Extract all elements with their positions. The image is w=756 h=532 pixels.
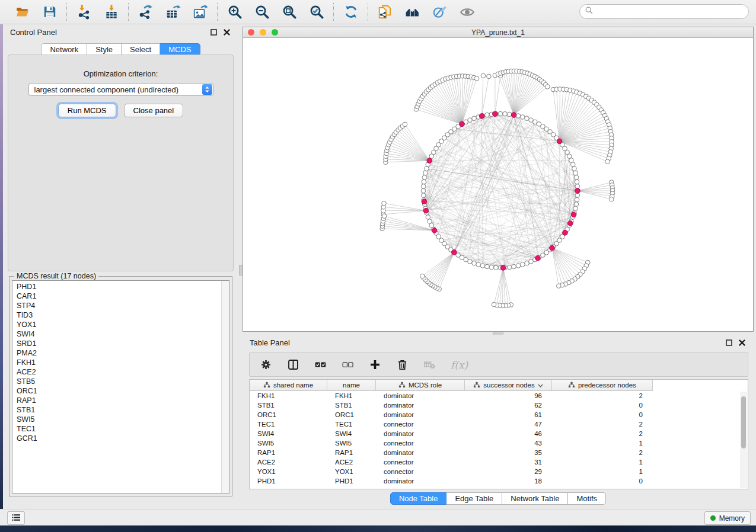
mcds-result-item[interactable]: YOX1 [17,320,229,329]
export-image-icon[interactable] [192,3,209,21]
cell-name[interactable]: YOX1 [327,467,376,476]
mcds-result-item[interactable]: PMA2 [17,348,229,358]
cell-MCDS-role[interactable]: dominator [376,391,465,400]
tab-style[interactable]: Style [87,43,122,56]
mcds-result-item[interactable]: PHD1 [17,282,229,291]
function-builder-icon[interactable]: f(x) [451,359,468,371]
mcds-result-list[interactable]: PHD1CAR1STP4TID3YOX1SWI4SRD1PMA2FKH1ACE2… [12,280,229,493]
cell-shared-name[interactable]: ACE2 [250,457,327,467]
float-panel-icon[interactable] [209,27,218,37]
cell-shared-name[interactable]: TEC1 [250,419,327,429]
delete-row-icon[interactable] [396,358,409,371]
import-network-icon[interactable] [75,3,93,21]
cell-predecessor-nodes[interactable]: 2 [552,448,653,457]
table-row[interactable]: SWI4SWI4dominator462 [250,429,748,438]
tab-select[interactable]: Select [122,43,160,56]
cell-predecessor-nodes[interactable]: 2 [552,391,653,400]
tab-node-table[interactable]: Node Table [390,492,447,505]
run-mcds-button[interactable]: Run MCDS [58,104,116,117]
cell-successor-nodes[interactable]: 29 [465,467,552,476]
close-panel-icon[interactable] [222,27,231,37]
deselect-all-icon[interactable] [342,358,354,371]
refresh-icon[interactable] [342,3,360,21]
close-window-icon[interactable] [248,29,254,36]
tab-mcds[interactable]: MCDS [160,43,200,56]
export-table-icon[interactable] [164,3,182,21]
cell-MCDS-role[interactable]: connector [376,457,465,467]
clone-network-icon[interactable] [377,3,394,21]
maximize-window-icon[interactable] [272,29,278,36]
zoom-in-icon[interactable] [226,3,244,21]
network-view[interactable] [243,37,753,331]
mcds-result-item[interactable]: RAP1 [17,396,229,405]
cell-shared-name[interactable]: SWI4 [250,429,327,438]
zoom-fit-icon[interactable] [280,3,298,21]
export-network-icon[interactable] [137,3,155,21]
mcds-result-item[interactable]: SWI5 [17,415,229,424]
cell-name[interactable]: ACE2 [327,457,376,467]
cell-successor-nodes[interactable]: 61 [465,410,552,419]
search-network-icon[interactable] [404,3,422,21]
mcds-result-item[interactable]: ACE2 [17,367,229,377]
cell-predecessor-nodes[interactable]: 1 [552,457,653,467]
mcds-result-item[interactable]: STB5 [17,377,229,386]
cell-predecessor-nodes[interactable]: 1 [552,467,653,476]
tab-motifs[interactable]: Motifs [568,492,606,505]
mcds-result-item[interactable]: SRD1 [17,339,229,348]
cell-predecessor-nodes[interactable]: 0 [552,410,653,419]
minimize-window-icon[interactable] [260,29,266,36]
cell-name[interactable]: SWI5 [327,438,376,448]
cell-MCDS-role[interactable]: dominator [376,410,465,419]
cell-shared-name[interactable]: PHD1 [250,476,327,486]
cell-successor-nodes[interactable]: 47 [465,419,552,429]
table-row[interactable]: TEC1TEC1connector472 [250,419,748,429]
table-row[interactable]: SWI5SWI5connector431 [250,438,748,448]
task-history-button[interactable] [7,511,25,525]
cell-name[interactable]: SWI4 [327,429,376,438]
cell-MCDS-role[interactable]: dominator [376,429,465,438]
cell-successor-nodes[interactable]: 35 [465,448,552,457]
zoom-selected-icon[interactable] [308,3,326,21]
close-panel-button[interactable]: Close panel [124,104,184,117]
column-header-shared-name[interactable]: shared name [250,380,327,391]
column-header-name[interactable]: name [327,380,376,391]
cell-predecessor-nodes[interactable]: 2 [552,429,653,438]
cell-MCDS-role[interactable]: connector [376,438,465,448]
cell-shared-name[interactable]: YOX1 [250,467,327,476]
mcds-result-item[interactable]: FKH1 [17,358,229,367]
table-row[interactable]: RAP1RAP1dominator352 [250,448,748,457]
mcds-result-item[interactable]: GCR1 [17,434,229,443]
table-row[interactable]: PHD1PHD1dominator180 [250,476,748,486]
cell-predecessor-nodes[interactable]: 0 [552,476,653,486]
cell-successor-nodes[interactable]: 46 [465,429,552,438]
float-table-panel-icon[interactable] [724,338,733,347]
mcds-result-item[interactable]: TEC1 [17,424,229,434]
cell-shared-name[interactable]: ORC1 [250,410,327,419]
mcds-result-item[interactable]: TID3 [17,310,229,320]
cell-MCDS-role[interactable]: dominator [376,400,465,410]
cell-name[interactable]: FKH1 [327,391,376,400]
save-session-icon[interactable] [41,3,59,21]
cell-name[interactable]: STB1 [327,400,376,410]
tab-network-table[interactable]: Network Table [502,492,568,505]
column-header-successor-nodes[interactable]: successor nodes [465,380,552,391]
table-row[interactable]: FKH1FKH1dominator962 [250,391,748,400]
table-row[interactable]: STB1STB1dominator620 [250,400,748,410]
table-row[interactable]: ACE2ACE2connector311 [250,457,748,467]
cell-successor-nodes[interactable]: 31 [465,457,552,467]
show-columns-icon[interactable] [287,358,299,371]
cell-shared-name[interactable]: STB1 [250,400,327,410]
mcds-list-scrollbar[interactable] [221,281,229,493]
table-scrollbar[interactable] [740,392,747,488]
cell-successor-nodes[interactable]: 62 [465,400,552,410]
cell-name[interactable]: ORC1 [327,410,376,419]
table-scrollbar-thumb[interactable] [741,396,746,448]
cell-successor-nodes[interactable]: 43 [465,438,552,448]
cell-predecessor-nodes[interactable]: 0 [552,400,653,410]
cell-predecessor-nodes[interactable]: 2 [552,419,653,429]
cell-predecessor-nodes[interactable]: 1 [552,438,653,448]
table-row[interactable]: ORC1ORC1dominator610 [250,410,748,419]
cell-MCDS-role[interactable]: connector [376,419,465,429]
close-table-panel-icon[interactable] [737,338,747,347]
mcds-result-item[interactable]: ORC1 [17,386,229,396]
